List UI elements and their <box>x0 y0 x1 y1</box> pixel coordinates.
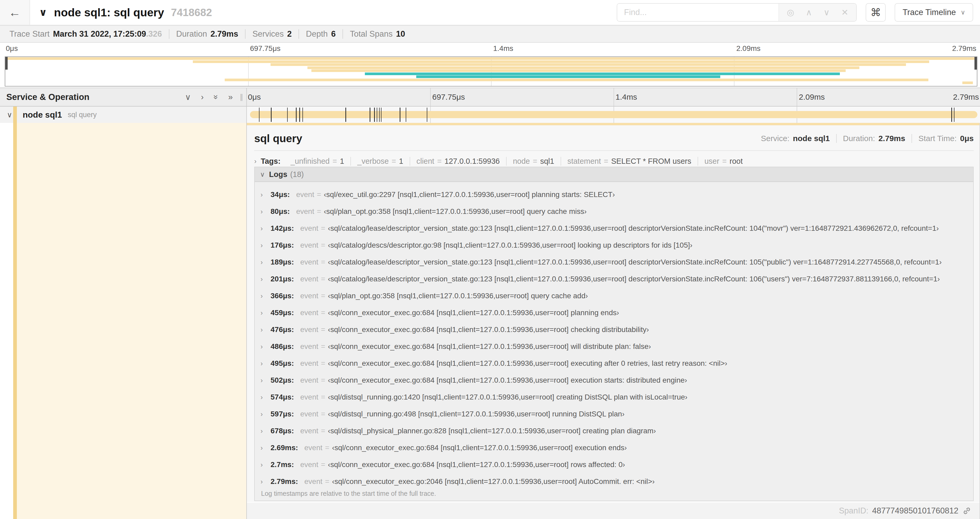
keyboard-shortcuts-button[interactable]: ⌘ <box>865 3 886 22</box>
log-row[interactable]: › 80μs: event = ‹sql/plan_opt.go:358 [ns… <box>255 203 973 220</box>
log-row[interactable]: › 502μs: event = ‹sql/conn_executor_exec… <box>255 372 973 389</box>
log-expand-chevron-icon[interactable]: › <box>261 393 270 401</box>
log-row[interactable]: › 574μs: event = ‹sql/distsql_running.go… <box>255 389 973 406</box>
log-row[interactable]: › 189μs: event = ‹sql/catalog/lease/desc… <box>255 254 973 271</box>
log-expand-chevron-icon[interactable]: › <box>261 410 270 418</box>
log-marker-tick[interactable] <box>381 108 382 122</box>
log-marker-tick[interactable] <box>951 108 952 122</box>
log-marker-tick[interactable] <box>399 108 401 122</box>
detail-meta-item: Service: node sql1 <box>754 134 836 143</box>
log-expand-chevron-icon[interactable]: › <box>261 241 270 249</box>
log-marker-tick[interactable] <box>427 108 428 122</box>
minimap-canvas[interactable] <box>5 56 977 86</box>
timeline-gridline <box>430 88 431 106</box>
minimap-span-bar <box>307 67 859 69</box>
log-row[interactable]: › 142μs: event = ‹sql/catalog/lease/desc… <box>255 220 973 237</box>
log-message: ‹sql/distsql_running.go:498 [nsql1,clien… <box>328 410 625 418</box>
log-marker-tick[interactable] <box>302 108 303 122</box>
log-marker-tick[interactable] <box>370 108 371 122</box>
log-row[interactable]: › 2.79ms: event = ‹sql/conn_executor_exe… <box>255 473 973 490</box>
span-detail-card: sql query Service: node sql1 Duration: 2… <box>247 123 980 502</box>
log-marker-tick[interactable] <box>377 108 377 122</box>
span-collapse-chevron-icon[interactable]: ∨ <box>7 110 13 119</box>
title-chevron-down-icon[interactable]: ∨ <box>39 6 47 18</box>
log-expand-chevron-icon[interactable]: › <box>261 191 270 199</box>
log-marker-tick[interactable] <box>287 108 288 122</box>
tag-item: node = sql1 <box>506 157 561 166</box>
view-selector-button[interactable]: Trace Timeline ∨ <box>895 3 973 22</box>
deep-link-icon[interactable] <box>962 506 972 516</box>
log-expand-chevron-icon[interactable]: › <box>261 377 270 384</box>
log-marker-tick[interactable] <box>374 108 375 122</box>
log-marker-tick[interactable] <box>271 108 272 122</box>
log-expand-chevron-icon[interactable]: › <box>261 427 270 435</box>
log-row[interactable]: › 678μs: event = ‹sql/distsql_physical_p… <box>255 423 973 439</box>
find-input[interactable] <box>617 4 778 21</box>
log-row[interactable]: › 486μs: event = ‹sql/conn_executor_exec… <box>255 338 973 355</box>
logs-header[interactable]: ∨ Logs (18) <box>255 167 973 182</box>
minimap-right-scrubber[interactable] <box>974 57 977 70</box>
log-expand-chevron-icon[interactable]: › <box>261 444 270 452</box>
log-marker-tick[interactable] <box>345 108 346 122</box>
log-row[interactable]: › 2.69ms: event = ‹sql/conn_executor_exe… <box>255 439 973 456</box>
log-row[interactable]: › 459μs: event = ‹sql/conn_executor_exec… <box>255 304 973 321</box>
log-message: ‹sql/conn_executor_exec.go:684 [nsql1,cl… <box>328 359 727 367</box>
log-expand-chevron-icon[interactable]: › <box>261 343 270 350</box>
log-expand-chevron-icon[interactable]: › <box>261 326 270 334</box>
tags-label[interactable]: Tags: <box>261 157 280 166</box>
detail-left-column <box>0 123 246 519</box>
clear-find-icon[interactable]: ✕ <box>841 7 848 18</box>
log-expand-chevron-icon[interactable]: › <box>261 360 270 367</box>
locate-icon[interactable]: ◎ <box>787 7 794 18</box>
log-expand-chevron-icon[interactable]: › <box>261 225 270 232</box>
timeline-tick-label: 2.79ms <box>953 93 979 102</box>
log-marker-tick[interactable] <box>379 108 380 122</box>
log-expand-chevron-icon[interactable]: › <box>261 292 270 300</box>
log-row[interactable]: › 495μs: event = ‹sql/conn_executor_exec… <box>255 355 973 372</box>
span-operation-name[interactable]: sql query <box>68 111 97 119</box>
span-row[interactable]: ∨ node sql1 sql query <box>0 107 980 123</box>
summary-item: Depth 6 <box>299 29 342 39</box>
column-resizer-grip[interactable]: ∥ <box>240 93 243 101</box>
span-bar-wrap[interactable] <box>250 107 977 123</box>
log-marker-tick[interactable] <box>259 108 260 122</box>
log-row[interactable]: › 34μs: event = ‹sql/exec_util.go:2297 [… <box>255 186 973 203</box>
log-expand-chevron-icon[interactable]: › <box>261 275 270 283</box>
log-row[interactable]: › 201μs: event = ‹sql/catalog/lease/desc… <box>255 271 973 287</box>
log-marker-tick[interactable] <box>406 108 406 122</box>
log-row[interactable]: › 2.7ms: event = ‹sql/conn_executor_exec… <box>255 456 973 473</box>
log-key: event <box>300 292 318 300</box>
span-service-name[interactable]: node sql1 <box>23 110 62 120</box>
log-equals: = <box>321 224 325 233</box>
prev-result-icon[interactable]: ∧ <box>806 7 812 18</box>
tags-expand-chevron-icon[interactable]: › <box>254 157 256 165</box>
column-divider[interactable] <box>246 123 247 519</box>
logs-collapse-chevron-icon[interactable]: ∨ <box>260 171 265 178</box>
log-row[interactable]: › 176μs: event = ‹sql/catalog/descs/desc… <box>255 237 973 254</box>
log-expand-chevron-icon[interactable]: › <box>261 478 270 485</box>
span-duration-bar[interactable] <box>250 111 977 118</box>
log-expand-chevron-icon[interactable]: › <box>261 309 270 317</box>
detail-title-row: sql query Service: node sql1 Duration: 2… <box>254 130 974 147</box>
expand-all-icon[interactable]: » <box>228 92 232 102</box>
log-marker-tick[interactable] <box>299 108 300 122</box>
log-row[interactable]: › 597μs: event = ‹sql/distsql_running.go… <box>255 406 973 423</box>
log-marker-tick[interactable] <box>954 108 955 122</box>
back-button[interactable]: ← <box>0 0 30 25</box>
log-row[interactable]: › 476μs: event = ‹sql/conn_executor_exec… <box>255 321 973 338</box>
log-expand-chevron-icon[interactable]: › <box>261 208 270 216</box>
log-marker-tick[interactable] <box>296 108 297 122</box>
next-result-icon[interactable]: ∨ <box>824 7 830 18</box>
collapse-one-icon[interactable]: ∨ <box>185 92 191 102</box>
minimap-left-scrubber[interactable] <box>5 57 8 70</box>
collapse-all-icon[interactable]: » <box>211 95 221 99</box>
log-message: ‹sql/conn_executor_exec.go:684 [nsql1,cl… <box>328 342 651 351</box>
logs-count: (18) <box>290 170 304 179</box>
log-expand-chevron-icon[interactable]: › <box>261 461 270 469</box>
log-expand-chevron-icon[interactable]: › <box>261 259 270 266</box>
detail-meta-item: Duration: 2.79ms <box>836 134 912 143</box>
minimap-span-row <box>5 61 977 63</box>
log-row[interactable]: › 366μs: event = ‹sql/plan_opt.go:358 [n… <box>255 287 973 304</box>
timeline-header-row: Service & Operation ∨ › » » ∥ 0μs697.75μ… <box>0 88 980 107</box>
expand-one-icon[interactable]: › <box>201 92 204 102</box>
